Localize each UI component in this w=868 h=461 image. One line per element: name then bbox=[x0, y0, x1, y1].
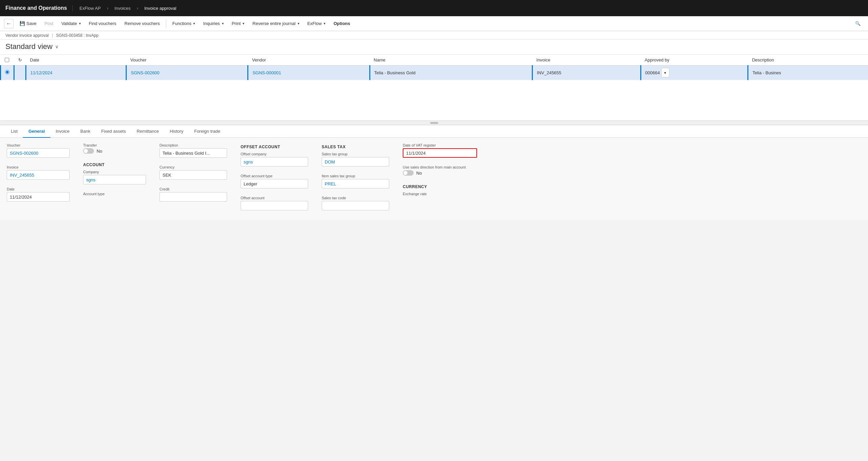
item-sales-tax-group-input[interactable] bbox=[322, 179, 389, 188]
breadcrumb-sep-2: › bbox=[137, 5, 139, 11]
sales-tax-code-input[interactable] bbox=[322, 201, 389, 210]
col-invoice: Invoice bbox=[532, 55, 641, 66]
col-description: Description bbox=[748, 55, 868, 66]
transfer-field-group: Transfer No bbox=[83, 143, 146, 154]
sales-tax-group-input[interactable] bbox=[322, 157, 389, 167]
offset-account-section-group: OFFSET ACCOUNT Offset company bbox=[241, 143, 308, 167]
row-approved-by: 000664 ▾ bbox=[641, 66, 748, 80]
functions-button[interactable]: Functions ▾ bbox=[169, 20, 198, 27]
account-type-label: Account type bbox=[83, 192, 146, 196]
tab-remittance[interactable]: Remittance bbox=[131, 125, 164, 138]
tab-invoice[interactable]: Invoice bbox=[50, 125, 75, 138]
company-input[interactable] bbox=[83, 175, 146, 184]
breadcrumb-sep-1: › bbox=[107, 5, 108, 11]
remove-vouchers-button[interactable]: Remove vouchers bbox=[121, 20, 163, 27]
credit-input[interactable] bbox=[159, 192, 227, 202]
app-title: Finance and Operations bbox=[5, 5, 73, 11]
detail-col-6: Date of VAT register Use sales direction… bbox=[403, 143, 477, 214]
offset-company-label: Offset company bbox=[241, 152, 308, 156]
col-voucher: Voucher bbox=[126, 55, 248, 66]
tab-fixed-assets[interactable]: Fixed assets bbox=[96, 125, 131, 138]
horizontal-scrollbar[interactable] bbox=[0, 121, 868, 125]
sales-tax-group-label: Sales tax group bbox=[322, 152, 389, 156]
sales-tax-code-group: Sales tax code bbox=[322, 196, 389, 210]
detail-col-2: Transfer No ACCOUNT Company Account type bbox=[83, 143, 146, 214]
use-sales-direction-toggle[interactable] bbox=[403, 170, 414, 176]
row-select-radio[interactable] bbox=[5, 70, 9, 74]
detail-panel: Voucher Invoice Date Transfer No ACCOUNT… bbox=[0, 138, 868, 220]
save-icon: 💾 bbox=[20, 21, 25, 26]
validate-dropdown-arrow: ▾ bbox=[79, 22, 81, 25]
offset-account-type-label: Offset account type bbox=[241, 174, 308, 178]
table-row[interactable]: 11/12/2024 SGNS-002600 SGNS-000001 Telia… bbox=[1, 66, 868, 80]
offset-account-type-group: Offset account type bbox=[241, 174, 308, 188]
row-vendor[interactable]: SGNS-000001 bbox=[248, 66, 370, 80]
account-section-group: ACCOUNT Company bbox=[83, 161, 146, 184]
reverse-journal-button[interactable]: Reverse entire journal ▾ bbox=[249, 20, 302, 27]
date-input[interactable] bbox=[7, 192, 70, 202]
save-button[interactable]: 💾 Save bbox=[16, 20, 40, 27]
tab-foreign-trade[interactable]: Foreign trade bbox=[189, 125, 226, 138]
transfer-label: Transfer bbox=[83, 143, 146, 147]
date-label: Date bbox=[7, 187, 70, 191]
back-button[interactable]: ← bbox=[4, 19, 14, 28]
currency-input[interactable] bbox=[159, 170, 227, 180]
detail-col-4: OFFSET ACCOUNT Offset company Offset acc… bbox=[241, 143, 308, 214]
search-button[interactable]: 🔍 bbox=[852, 20, 864, 27]
exflow-dropdown-arrow: ▾ bbox=[324, 22, 325, 25]
options-button[interactable]: Options bbox=[330, 20, 353, 27]
detail-col-1: Voucher Invoice Date bbox=[7, 143, 70, 214]
use-sales-direction-toggle-label: No bbox=[416, 171, 422, 176]
tab-list[interactable]: List bbox=[5, 125, 23, 138]
reverse-dropdown-arrow: ▾ bbox=[298, 22, 299, 25]
find-vouchers-button[interactable]: Find vouchers bbox=[85, 20, 120, 27]
voucher-input[interactable] bbox=[7, 148, 70, 158]
toolbar-divider-1 bbox=[166, 20, 166, 28]
breadcrumb-bar: Vendor invoice approval | SGNS-003458 : … bbox=[0, 31, 868, 40]
breadcrumb-exflow[interactable]: ExFlow AP bbox=[79, 6, 101, 11]
inquiries-button[interactable]: Inquiries ▾ bbox=[200, 20, 227, 27]
approved-by-dropdown[interactable]: ▾ bbox=[661, 68, 669, 77]
row-description: Telia - Busines bbox=[748, 66, 868, 80]
transfer-toggle[interactable] bbox=[83, 148, 94, 154]
description-input[interactable] bbox=[159, 148, 227, 158]
validate-button[interactable]: Validate ▾ bbox=[58, 20, 84, 27]
breadcrumb-bar-id: SGNS-003458 : InvApp bbox=[56, 33, 98, 38]
transfer-toggle-label: No bbox=[97, 149, 102, 154]
vat-date-input[interactable] bbox=[403, 148, 477, 158]
detail-col-5: SALES TAX Sales tax group Item sales tax… bbox=[322, 143, 389, 214]
col-name: Name bbox=[370, 55, 532, 66]
toolbar: ← 💾 Save Post Validate ▾ Find vouchers R… bbox=[0, 16, 868, 31]
top-navigation: Finance and Operations ExFlow AP › Invoi… bbox=[0, 0, 868, 16]
tab-general[interactable]: General bbox=[23, 125, 50, 138]
row-voucher[interactable]: SGNS-002600 bbox=[126, 66, 248, 80]
item-sales-tax-group-group: Item sales tax group bbox=[322, 174, 389, 188]
invoice-label: Invoice bbox=[7, 165, 70, 169]
description-label: Description bbox=[159, 143, 227, 147]
tab-history[interactable]: History bbox=[164, 125, 189, 138]
breadcrumb-invoices[interactable]: Invoices bbox=[115, 6, 131, 11]
page-title: Standard view ∨ bbox=[5, 42, 863, 51]
select-all-checkbox[interactable] bbox=[5, 58, 9, 62]
offset-account-input[interactable] bbox=[241, 201, 308, 210]
view-dropdown-icon[interactable]: ∨ bbox=[55, 44, 58, 49]
offset-account-type-input[interactable] bbox=[241, 179, 308, 188]
invoice-field-group: Invoice bbox=[7, 165, 70, 180]
use-sales-direction-group: Use sales direction from main account No bbox=[403, 165, 477, 176]
refresh-icon[interactable]: ↻ bbox=[18, 57, 22, 62]
credit-label: Credit bbox=[159, 187, 227, 191]
search-icon: 🔍 bbox=[855, 21, 861, 26]
account-section-label: ACCOUNT bbox=[83, 162, 146, 167]
currency-section-group: CURRENCY Exchange rate bbox=[403, 183, 477, 197]
tabs-bar: List General Invoice Bank Fixed assets R… bbox=[0, 125, 868, 138]
company-label: Company bbox=[83, 170, 146, 174]
table-empty-area bbox=[1, 80, 868, 121]
exflow-button[interactable]: ExFlow ▾ bbox=[304, 20, 329, 27]
tab-bank[interactable]: Bank bbox=[75, 125, 96, 138]
vat-date-label: Date of VAT register bbox=[403, 143, 477, 147]
offset-company-input[interactable] bbox=[241, 157, 308, 167]
invoice-input[interactable] bbox=[7, 170, 70, 180]
print-button[interactable]: Print ▾ bbox=[228, 20, 248, 27]
post-button[interactable]: Post bbox=[41, 20, 57, 27]
offset-account-section-label: OFFSET ACCOUNT bbox=[241, 145, 308, 149]
